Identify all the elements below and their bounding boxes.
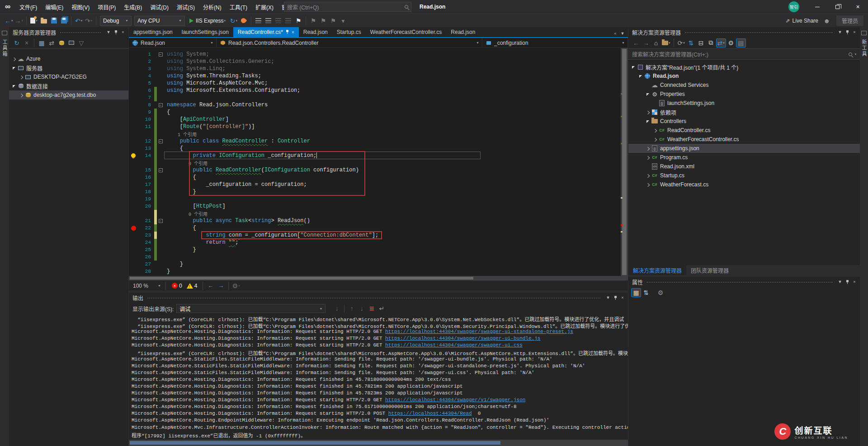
pending-changes-filter-icon[interactable]: ⟳▾ xyxy=(676,38,686,47)
show-table-data-icon[interactable]: ▦ xyxy=(37,38,47,47)
code-line[interactable]: 15− public ReadController(IConfiguration… xyxy=(129,166,621,174)
code-line[interactable]: 11 [Route("[controller]")] xyxy=(129,123,621,130)
debug-config-select[interactable]: Debug▼ xyxy=(100,16,132,26)
output-source-select[interactable]: 调试 ▼ xyxy=(176,304,326,313)
code-line[interactable]: 25 } xyxy=(129,246,621,253)
window-position-icon[interactable]: ▼ xyxy=(105,28,112,36)
collapse-region-icon[interactable]: − xyxy=(159,219,163,223)
collapsed-arrow-icon[interactable] xyxy=(646,172,651,179)
back-icon[interactable]: ← xyxy=(631,38,641,47)
tabs-scroll-icon[interactable]: « xyxy=(612,30,619,37)
start-debugging-button[interactable]: IIS Express▾ xyxy=(187,15,228,26)
breakpoint-gutter[interactable] xyxy=(129,153,138,158)
close-icon[interactable]: × xyxy=(119,28,127,36)
output-link[interactable]: https://localhost:44304/Read xyxy=(388,411,472,416)
account-avatar[interactable]: 智引 xyxy=(788,1,799,12)
increase-indent-icon[interactable] xyxy=(264,15,274,26)
tabs-list-icon[interactable]: ▼ xyxy=(619,30,626,37)
editor-vertical-scrollbar[interactable] xyxy=(621,48,628,276)
collapse-region-icon[interactable]: − xyxy=(159,103,163,107)
code-line[interactable]: 17 _configuration = configuration; xyxy=(129,181,621,188)
pin-icon[interactable] xyxy=(112,28,119,36)
code-line[interactable]: 18 } xyxy=(129,188,621,195)
open-folder-icon[interactable] xyxy=(39,15,49,26)
menu-item[interactable]: 视图(V) xyxy=(67,0,94,14)
filter-icon[interactable]: ▽ xyxy=(76,38,86,47)
panel-grip[interactable] xyxy=(60,31,101,33)
solution-tree-item[interactable]: C#Program.cs xyxy=(628,153,860,162)
menu-item[interactable]: 编辑(E) xyxy=(41,0,67,14)
breakpoint-gutter[interactable] xyxy=(129,226,138,231)
feedback-icon[interactable]: ☻ xyxy=(822,15,832,26)
code-line[interactable]: 2using System.Collections.Generic; xyxy=(129,58,621,65)
refresh-icon[interactable]: ↻ xyxy=(12,38,22,47)
menu-item[interactable]: 工具(T) xyxy=(226,0,251,14)
collapse-region-icon[interactable]: − xyxy=(159,139,163,143)
window-position-icon[interactable]: ▼ xyxy=(836,28,844,36)
tab-pin-icon[interactable] xyxy=(286,30,288,35)
document-tab[interactable]: WeatherForecastController.cs xyxy=(366,27,447,37)
panel-grip[interactable] xyxy=(147,297,601,299)
solution-search-input[interactable]: 搜索解决方案资源管理器(Ctrl+;) ▾ xyxy=(628,49,860,60)
sync-with-active-document-icon[interactable]: ⇄▾ xyxy=(716,38,726,47)
previous-bookmark-icon[interactable]: ⚑ xyxy=(308,15,318,26)
word-wrap-icon[interactable]: ↵ xyxy=(377,303,387,314)
close-button[interactable]: × xyxy=(848,0,868,14)
expanded-arrow-icon[interactable] xyxy=(639,73,644,79)
breadcrumb-section[interactable]: Read.json.Controllers.ReadController▼ xyxy=(217,38,482,47)
code-line[interactable]: 28} xyxy=(129,268,621,275)
show-all-files-icon[interactable]: ⧉ xyxy=(706,38,716,47)
code-line[interactable]: 22 { xyxy=(129,224,621,232)
platform-select[interactable]: Any CPU▼ xyxy=(134,16,185,26)
collapsed-arrow-icon[interactable] xyxy=(646,154,651,161)
menu-item[interactable]: 测试(S) xyxy=(173,0,199,14)
output-link[interactable]: https://localhost:44304/swagger/swagger-… xyxy=(385,342,523,348)
code-line[interactable]: 7 xyxy=(129,94,621,101)
fold-margin[interactable]: − xyxy=(157,52,164,57)
navigate-back-icon[interactable]: ← xyxy=(205,282,216,289)
expanded-arrow-icon[interactable] xyxy=(646,118,651,124)
auto-connect-icon[interactable]: ⇄ xyxy=(47,38,57,47)
stop-refresh-icon[interactable]: × xyxy=(22,38,32,47)
preview-selected-items-icon[interactable]: ▤ xyxy=(736,38,746,47)
forward-icon[interactable]: → xyxy=(641,38,651,47)
collapsed-arrow-icon[interactable] xyxy=(646,145,651,152)
collapsed-arrow-icon[interactable] xyxy=(646,109,651,115)
menu-item[interactable]: 文件(F) xyxy=(15,0,41,14)
find-message-icon[interactable]: ↓ xyxy=(332,303,342,314)
code-line[interactable]: 26 xyxy=(129,253,621,261)
error-count[interactable]: 0 xyxy=(179,283,182,289)
home-icon[interactable]: ⌂ xyxy=(651,38,661,47)
solution-tree-item[interactable]: 解决方案"Read.json"(1 个项目/共 1 个) xyxy=(628,62,860,71)
fold-margin[interactable]: − xyxy=(157,103,164,107)
document-tab[interactable]: Read.json xyxy=(446,27,480,37)
restore-button[interactable] xyxy=(827,0,848,14)
error-count-icon[interactable]: × xyxy=(172,283,178,289)
output-link[interactable]: https://localhost:44304/swagger/v1/swagg… xyxy=(385,397,525,403)
navigate-forward-icon[interactable]: → xyxy=(216,282,226,289)
menu-item[interactable]: 分析(N) xyxy=(199,0,226,14)
navigate-forward-icon[interactable]: →▾ xyxy=(14,15,24,26)
window-position-icon[interactable]: ▼ xyxy=(836,278,844,285)
expanded-arrow-icon[interactable] xyxy=(632,64,637,70)
navigate-back-icon[interactable]: ←▾ xyxy=(4,15,14,26)
solution-tree-item[interactable]: {}launchSettings.json xyxy=(628,99,860,108)
menu-item[interactable]: 扩展(X) xyxy=(251,0,278,14)
output-link[interactable]: https://localhost:44304/swagger/swagger-… xyxy=(385,336,540,341)
output-horizontal-scrollbar[interactable] xyxy=(129,440,628,446)
output-link[interactable]: https://localhost:44304/swagger/swagger-… xyxy=(385,329,573,334)
previous-message-icon[interactable]: ↑ xyxy=(347,303,357,314)
sync-icon[interactable]: ⇅ xyxy=(686,38,696,47)
solution-tree-item[interactable]: C#WeatherForecast.cs xyxy=(628,180,860,189)
window-position-icon[interactable]: ▼ xyxy=(604,294,612,301)
collapsed-arrow-icon[interactable] xyxy=(20,74,24,80)
code-line[interactable]: 16 { xyxy=(129,174,621,181)
code-line[interactable]: 6using Microsoft.Extensions.Configuratio… xyxy=(129,87,621,94)
panel-grip[interactable] xyxy=(684,31,833,33)
quick-search-input[interactable]: 搜索 (Ctrl+Q) xyxy=(284,2,411,12)
codelens-row[interactable]: 0 个引用 xyxy=(129,159,621,166)
collapsed-arrow-icon[interactable] xyxy=(654,127,658,133)
breadcrumb-section[interactable]: Read.json▼ xyxy=(129,38,217,47)
warning-count-icon[interactable] xyxy=(187,283,193,289)
solution-tree-item[interactable]: C#ReadController.cs xyxy=(628,126,860,135)
